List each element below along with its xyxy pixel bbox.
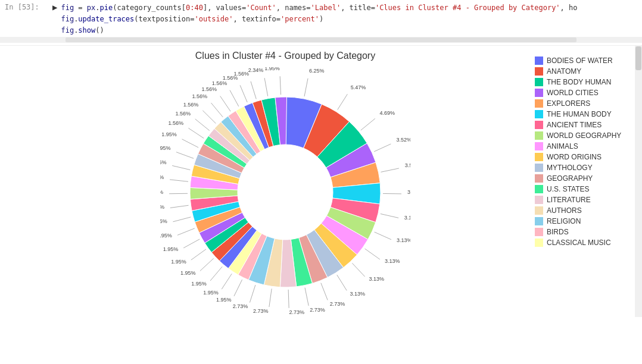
legend-color-box [535,153,543,161]
legend-color-box [535,78,543,86]
slice-label: 1.95% [216,297,232,303]
legend-label: CLASSICAL MUSIC [547,239,611,247]
legend-label: ANIMALS [547,142,578,150]
legend-item: GEOGRAPHY [535,174,642,183]
legend-item: WORLD CITIES [535,89,642,97]
legend-item: ANATOMY [535,67,642,76]
h-scrollbar-thumb[interactable] [66,37,576,42]
slice-line [352,263,364,277]
legend-color-box [535,142,543,150]
v-scrollbar-thumb[interactable] [635,46,641,70]
legend-label: LITERATURE [547,196,591,204]
slice-label: 1.56% [175,110,191,116]
h-scrollbar[interactable] [0,37,642,43]
slice-label: 3.52% [405,162,410,168]
slice-label: 1.56% [212,80,227,86]
slice-label: 1.95% [163,246,179,252]
slice-line [280,76,281,95]
code-cell: In [53]: ▶ fig = px.pie(category_counts[… [0,0,642,46]
slice-line [240,85,247,102]
slice-line [200,258,214,271]
legend-color-box [535,239,543,247]
slice-line [176,152,194,158]
legend-color-box [535,110,543,118]
slice-label: 1.95% [180,270,196,276]
slice-line [191,249,206,259]
slice-line [250,285,255,303]
legend-label: BODIES OF WATER [547,57,613,65]
legend-item: WORD ORIGINS [535,153,642,161]
legend-label: AUTHORS [547,206,582,215]
legend-item: LITERATURE [535,196,642,204]
legend-item: BIRDS [535,228,642,236]
slice-line [195,119,210,131]
slice-label: 1.95% [160,159,166,165]
run-button[interactable]: ▶ [52,2,57,12]
slice-line [361,118,375,130]
code-line-2: ▶ fig.update_traces(textposition='outsid… [0,14,642,25]
slice-label: 1.95% [203,289,219,295]
legend-item: U.S. STATES [535,185,642,193]
slice-line [234,280,242,296]
legend-item: MYTHOLOGY [535,164,642,172]
slice-label: 2.34% [248,67,264,73]
code-text-1: fig = px.pie(category_counts[0:40], valu… [61,2,577,14]
chart-container: Clues in Cluster #4 - Grouped by Categor… [48,51,642,317]
slice-label: 1.56% [192,93,208,99]
legend-color-box [535,185,543,193]
slice-line [338,94,348,109]
legend-color-box [535,89,543,97]
v-scrollbar[interactable] [635,46,642,317]
legend-item: EXPLORERS [535,99,642,108]
legend-label: WORD ORIGINS [547,153,602,161]
slice-line [183,239,200,248]
slice-label: 1.95% [160,203,164,209]
slice-line [264,78,268,96]
slice-line [269,288,272,307]
legend-item: WORLD GEOGRAPHY [535,131,642,140]
slice-label: 1.56% [202,86,217,92]
slice-label: 3.13% [369,276,384,282]
code-text-2: fig.update_traces(textposition='outside'… [61,14,323,25]
slice-label: 3.13% [385,258,400,263]
slice-line [210,266,222,281]
legend-label: EXPLORERS [547,99,590,108]
slice-line [365,249,380,259]
legend-label: BIRDS [547,228,569,236]
legend-item: ANIMALS [535,142,642,150]
slice-label: 4.69% [380,110,395,116]
legend-label: WORLD CITIES [547,89,599,97]
slice-line [182,139,199,147]
slice-line [381,168,399,172]
legend-label: THE HUMAN BODY [547,110,612,118]
donut-chart: 6.25%5.47%4.69%3.52%3.52%3.52%3.13%3.13%… [160,67,410,317]
legend-label: MYTHOLOGY [547,164,593,172]
legend-color-box [535,164,543,172]
legend-color-box [535,121,543,129]
slice-line [220,96,230,111]
slice-line [304,78,308,96]
code-text-3: fig.show() [61,25,104,36]
legend-label: RELIGION [547,217,581,225]
slice-label: 2.73% [289,309,304,315]
legend-color-box [535,206,543,215]
slice-label: 3.52% [396,136,410,142]
slice-label: 1.56% [234,71,250,77]
chart-title: Clues in Cluster #4 - Grouped by Categor… [195,51,375,61]
legend-color-box [535,228,543,236]
legend-item: THE BODY HUMAN [535,78,642,86]
output-area: Clues in Cluster #4 - Grouped by Categor… [0,46,642,317]
legend-item: BODIES OF WATER [535,57,642,65]
slice-label: 1.95% [160,218,167,224]
slice-line [375,232,391,240]
legend-area: BODIES OF WATER ANATOMY THE BODY HUMAN W… [523,51,642,249]
legend-item: ANCIENT TIMES [535,121,642,129]
legend-color-box [535,131,543,140]
slice-label: 2.73% [233,303,248,309]
slice-label: 3.13% [350,291,365,297]
legend-color-box [535,99,543,108]
slice-label: 3.13% [397,237,410,243]
legend-label: GEOGRAPHY [547,174,593,183]
slice-label: 1.95% [160,189,163,194]
legend-item: THE HUMAN BODY [535,110,642,118]
